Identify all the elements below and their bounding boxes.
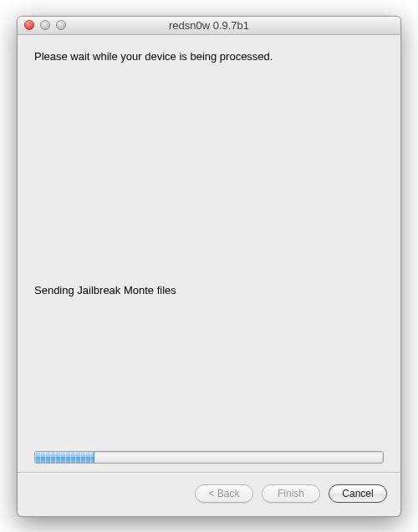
content-area: Please wait while your device is being p… xyxy=(18,35,400,472)
window-title: redsn0w 0.9.7b1 xyxy=(24,19,394,32)
cancel-button[interactable]: Cancel xyxy=(329,484,387,503)
titlebar: redsn0w 0.9.7b1 xyxy=(18,17,400,35)
zoom-icon[interactable] xyxy=(56,20,66,30)
minimize-icon[interactable] xyxy=(40,20,50,30)
window-controls xyxy=(24,20,66,30)
app-window: redsn0w 0.9.7b1 Please wait while your d… xyxy=(17,16,401,517)
progress-section xyxy=(34,451,384,472)
back-button: < Back xyxy=(195,484,253,503)
instruction-text: Please wait while your device is being p… xyxy=(34,50,384,63)
close-icon[interactable] xyxy=(24,20,34,30)
progress-fill xyxy=(35,452,94,463)
finish-button: Finish xyxy=(262,484,320,503)
footer-buttons: < Back Finish Cancel xyxy=(18,473,400,516)
status-text: Sending Jailbreak Monte files xyxy=(34,284,384,296)
progress-bar xyxy=(34,451,384,464)
